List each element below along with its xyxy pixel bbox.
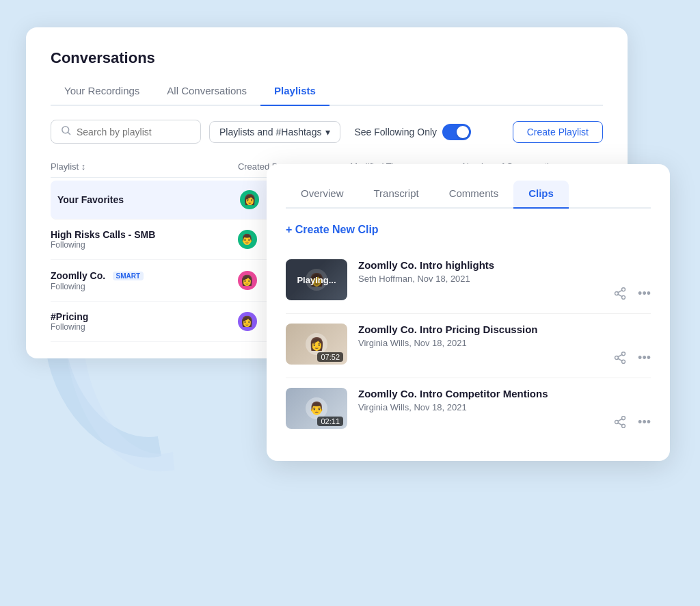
search-box: [51, 120, 201, 144]
playlist-cell: #Pricing Following: [51, 311, 238, 332]
clip-playing-overlay: Playing...: [286, 259, 347, 300]
clip-item: 👨 02:11 Zoomlly Co. Intro Competitor Men…: [286, 378, 651, 442]
filter-dropdown[interactable]: Playlists and #Hashtags ▾: [209, 121, 340, 143]
create-playlist-button[interactable]: Create Playlist: [513, 121, 603, 143]
clip-info: Zoomlly Co. Intro highlights Seth Hoffma…: [358, 259, 651, 304]
clip-actions: •••: [358, 351, 651, 368]
clip-actions: •••: [358, 287, 651, 304]
clip-meta: Seth Hoffman, Nov 18, 2021: [358, 274, 651, 284]
svg-line-16: [618, 419, 622, 421]
svg-line-1: [68, 133, 70, 135]
playlist-sub: Following: [51, 282, 238, 291]
avatar: 👩: [238, 271, 257, 290]
clip-duration: 07:52: [317, 352, 343, 362]
clip-duration: 02:11: [317, 417, 343, 426]
clip-item: 👩 07:52 Zoomlly Co. Intro Pricing Discus…: [286, 314, 651, 378]
tab-overview[interactable]: Overview: [286, 181, 359, 209]
svg-line-5: [618, 294, 622, 296]
playlist-sub: Following: [51, 240, 238, 250]
clip-thumbnail: 👩 Playing...: [286, 259, 347, 300]
following-label: See Following Only: [354, 127, 437, 137]
clips-card: Overview Transcript Comments Clips + Cre…: [267, 164, 670, 461]
tab-playlists[interactable]: Playlists: [260, 78, 329, 106]
tab-transcript[interactable]: Transcript: [359, 181, 434, 209]
more-options-icon[interactable]: •••: [638, 287, 651, 304]
clip-title: Zoomlly Co. Intro Competitor Mentions: [358, 388, 651, 399]
tab-all-conversations[interactable]: All Conversations: [153, 78, 260, 106]
clip-meta: Virginia Wills, Nov 18, 2021: [358, 402, 651, 412]
clip-info: Zoomlly Co. Intro Competitor Mentions Vi…: [358, 388, 651, 432]
col-playlist: Playlist ↕: [51, 161, 238, 172]
svg-line-15: [618, 423, 622, 425]
clip-title: Zoomlly Co. Intro Pricing Discussion: [358, 324, 651, 335]
tab-comments[interactable]: Comments: [434, 181, 514, 209]
see-following-toggle[interactable]: [442, 124, 471, 140]
clip-info: Zoomlly Co. Intro Pricing Discussion Vir…: [358, 324, 651, 368]
playlist-cell: Zoomlly Co. SMART Following: [51, 269, 238, 291]
clips-tabs: Overview Transcript Comments Clips: [286, 181, 651, 209]
tab-clips[interactable]: Clips: [513, 181, 569, 209]
dropdown-label: Playlists and #Hashtags: [219, 127, 321, 137]
clip-meta: Virginia Wills, Nov 18, 2021: [358, 338, 651, 348]
share-icon[interactable]: [613, 351, 627, 368]
create-new-clip-link[interactable]: + Create New Clip: [286, 224, 651, 236]
playlist-name: High Risks Calls - SMB: [51, 229, 238, 240]
playlist-cell: High Risks Calls - SMB Following: [51, 229, 238, 250]
svg-line-10: [618, 358, 622, 360]
share-icon[interactable]: [613, 415, 627, 432]
playlist-name: Your Favorites: [57, 194, 240, 205]
playlist-name: #Pricing: [51, 311, 238, 322]
search-input[interactable]: [77, 127, 191, 137]
toggle-knob: [457, 126, 469, 138]
toolbar: Playlists and #Hashtags ▾ See Following …: [51, 120, 603, 144]
more-options-icon[interactable]: •••: [638, 415, 651, 432]
avatar: 👨: [238, 230, 257, 249]
clip-item: 👩 Playing... Zoomlly Co. Intro highlight…: [286, 250, 651, 314]
tabs-row: Your Recordings All Conversations Playli…: [51, 78, 603, 106]
clip-actions: •••: [358, 415, 651, 432]
clip-thumbnail: 👩 07:52: [286, 324, 347, 365]
more-options-icon[interactable]: •••: [638, 351, 651, 368]
page-title: Conversations: [51, 49, 603, 67]
svg-line-6: [618, 290, 622, 292]
following-toggle: See Following Only: [354, 124, 471, 140]
chevron-down-icon: ▾: [325, 127, 330, 137]
smart-badge: SMART: [113, 272, 144, 280]
avatar: 👩: [238, 312, 257, 331]
avatar: 👩: [240, 190, 259, 209]
share-icon[interactable]: [613, 287, 627, 304]
clip-thumbnail: 👨 02:11: [286, 388, 347, 429]
svg-line-11: [618, 354, 622, 356]
playlist-name: Zoomlly Co.: [51, 270, 105, 281]
clip-title: Zoomlly Co. Intro highlights: [358, 259, 651, 271]
playlist-sub: Following: [51, 322, 238, 332]
search-icon: [61, 125, 71, 138]
tab-recordings[interactable]: Your Recordings: [51, 78, 153, 106]
